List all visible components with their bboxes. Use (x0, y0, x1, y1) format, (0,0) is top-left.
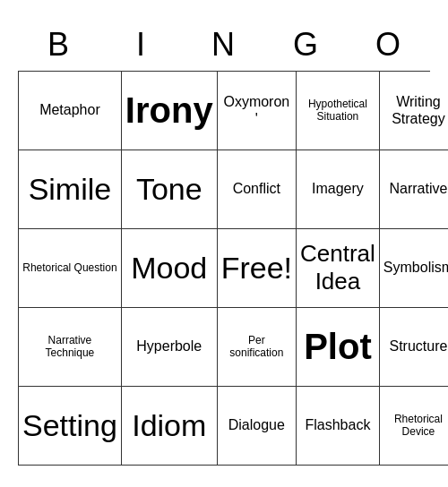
bingo-cell-0: Metaphor (19, 72, 122, 150)
bingo-cell-22: Dialogue (218, 387, 297, 466)
cell-text-21: Idiom (132, 407, 206, 444)
cell-text-11: Mood (131, 250, 207, 286)
cell-text-24: Rhetorical Device (383, 413, 448, 439)
bingo-cell-13: Central Idea (297, 229, 380, 308)
bingo-cell-18: Plot (297, 308, 380, 387)
header-letter-O: O (348, 22, 430, 67)
bingo-cell-5: Simile (19, 150, 122, 229)
bingo-cell-19: Structure (380, 308, 448, 387)
bingo-cell-17: Per sonification (218, 308, 297, 387)
bingo-cell-2: Oxymoron ' (218, 72, 297, 150)
cell-text-18: Plot (304, 325, 372, 368)
header-letter-G: G (265, 22, 348, 67)
cell-text-7: Conflict (233, 180, 280, 197)
bingo-cell-15: Narrative Technique (19, 308, 122, 387)
cell-text-12: Free! (221, 250, 292, 286)
bingo-cell-24: Rhetorical Device (380, 387, 448, 466)
bingo-header: BINGO (18, 22, 430, 67)
header-letter-B: B (18, 22, 100, 67)
cell-text-3: Hypothetical Situation (300, 98, 375, 124)
bingo-cell-9: Narrative (380, 150, 448, 229)
cell-text-5: Simile (29, 171, 112, 208)
bingo-cell-6: Tone (122, 150, 218, 229)
cell-text-0: Metaphor (39, 101, 100, 118)
cell-text-6: Tone (136, 171, 202, 208)
bingo-cell-21: Idiom (122, 387, 218, 466)
bingo-cell-10: Rhetorical Question (19, 229, 122, 308)
header-letter-I: I (100, 22, 183, 67)
bingo-grid: MetaphorIronyOxymoron 'Hypothetical Situ… (18, 71, 430, 466)
cell-text-14: Symbolism (383, 259, 448, 276)
bingo-cell-14: Symbolism (380, 229, 448, 308)
bingo-cell-4: Writing Strategy (380, 72, 448, 150)
bingo-cell-7: Conflict (218, 150, 297, 229)
bingo-cell-12: Free! (218, 229, 297, 308)
cell-text-4: Writing Strategy (383, 93, 448, 127)
cell-text-20: Setting (22, 407, 117, 444)
cell-text-1: Irony (125, 89, 213, 132)
bingo-cell-20: Setting (19, 387, 122, 466)
bingo-card: BINGO MetaphorIronyOxymoron 'Hypothetica… (9, 13, 439, 474)
bingo-cell-1: Irony (122, 72, 218, 150)
bingo-cell-11: Mood (122, 229, 218, 308)
cell-text-16: Hyperbole (136, 337, 202, 355)
cell-text-9: Narrative (390, 180, 448, 197)
bingo-cell-8: Imagery (297, 150, 380, 229)
cell-text-23: Flashback (305, 416, 370, 433)
bingo-cell-16: Hyperbole (122, 308, 218, 387)
cell-text-13: Central Idea (300, 240, 375, 295)
cell-text-17: Per sonification (221, 334, 292, 360)
cell-text-2: Oxymoron ' (221, 93, 292, 127)
bingo-cell-23: Flashback (297, 387, 380, 466)
header-letter-N: N (183, 22, 265, 67)
cell-text-15: Narrative Technique (22, 334, 117, 360)
cell-text-8: Imagery (312, 180, 364, 197)
cell-text-19: Structure (390, 337, 448, 355)
cell-text-22: Dialogue (228, 416, 285, 433)
cell-text-10: Rhetorical Question (22, 261, 116, 274)
bingo-cell-3: Hypothetical Situation (297, 72, 380, 150)
